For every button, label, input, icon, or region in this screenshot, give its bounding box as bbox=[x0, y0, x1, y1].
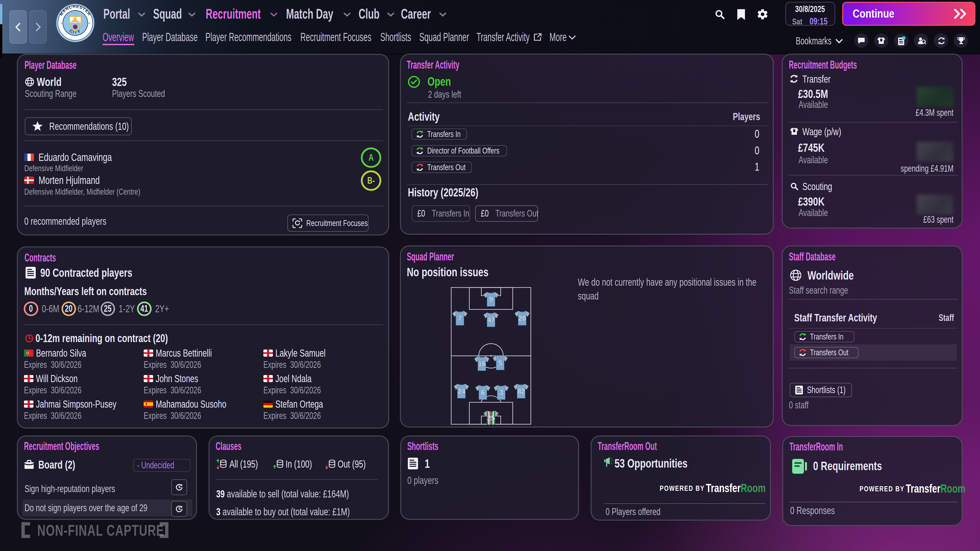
svg-text:24: 24 bbox=[458, 387, 465, 395]
svg-text:6: 6 bbox=[481, 389, 485, 396]
svg-text:7: 7 bbox=[458, 314, 462, 322]
svg-text:47: 47 bbox=[487, 316, 495, 324]
svg-text:3: 3 bbox=[499, 389, 503, 396]
svg-text:94: 94 bbox=[87, 22, 90, 25]
svg-text:25: 25 bbox=[487, 414, 495, 422]
svg-text:82: 82 bbox=[517, 387, 525, 395]
svg-text:18: 18 bbox=[60, 22, 64, 25]
svg-text:5: 5 bbox=[498, 359, 502, 367]
svg-text:9: 9 bbox=[489, 295, 493, 303]
svg-text:16: 16 bbox=[478, 360, 486, 368]
svg-text:20: 20 bbox=[518, 314, 526, 322]
